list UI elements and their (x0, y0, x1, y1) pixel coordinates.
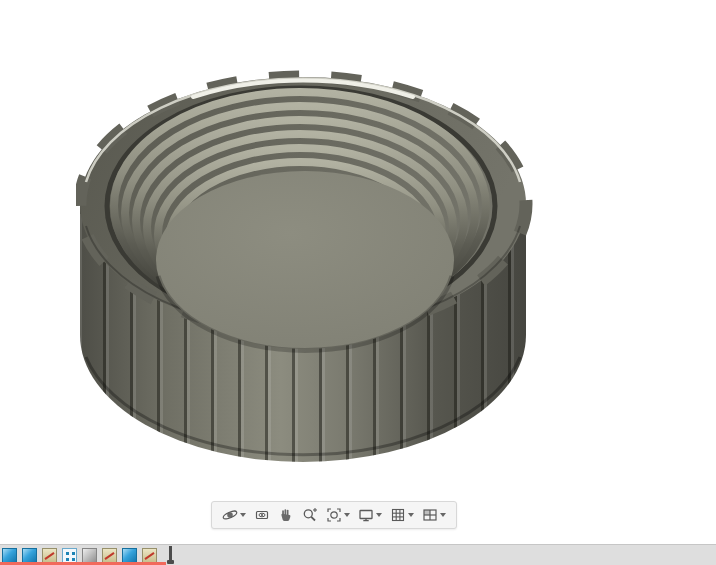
timeline-bar (0, 544, 716, 565)
chevron-down-icon (240, 513, 246, 517)
timeline-feature-extrude-icon[interactable] (2, 548, 17, 563)
timeline-feature-box-icon[interactable] (82, 548, 97, 563)
chevron-down-icon (408, 513, 414, 517)
orbit-icon (222, 507, 238, 523)
model-viewport[interactable] (0, 0, 716, 544)
orbit-button[interactable] (220, 505, 248, 525)
viewports-button[interactable] (420, 505, 448, 525)
viewports-icon (422, 507, 438, 523)
timeline-feature-extrude-icon[interactable] (22, 548, 37, 563)
timeline-feature-sketch-icon[interactable] (42, 548, 57, 563)
chevron-down-icon (440, 513, 446, 517)
look-at-button[interactable] (252, 505, 272, 525)
grid-icon (390, 507, 406, 523)
look-at-icon (254, 507, 270, 523)
display-monitor-icon (358, 507, 374, 523)
chevron-down-icon (344, 513, 350, 517)
timeline-features (2, 547, 157, 563)
timeline-feature-pattern-icon[interactable] (62, 548, 77, 563)
grid-and-snaps-button[interactable] (388, 505, 416, 525)
model-3d-knurled-cap[interactable] (76, 64, 534, 468)
zoom-button[interactable] (300, 505, 320, 525)
timeline-feature-extrude-icon[interactable] (122, 548, 137, 563)
zoom-magnifier-icon (302, 507, 318, 523)
display-settings-button[interactable] (356, 505, 384, 525)
navigation-toolbar (211, 501, 457, 529)
fit-magnifier-icon (326, 507, 342, 523)
pan-button[interactable] (276, 505, 296, 525)
timeline-feature-sketch-icon[interactable] (102, 548, 117, 563)
timeline-feature-sketch-icon[interactable] (142, 548, 157, 563)
timeline-playhead[interactable] (169, 546, 172, 564)
fit-button[interactable] (324, 505, 352, 525)
pan-hand-icon (278, 507, 294, 523)
chevron-down-icon (376, 513, 382, 517)
